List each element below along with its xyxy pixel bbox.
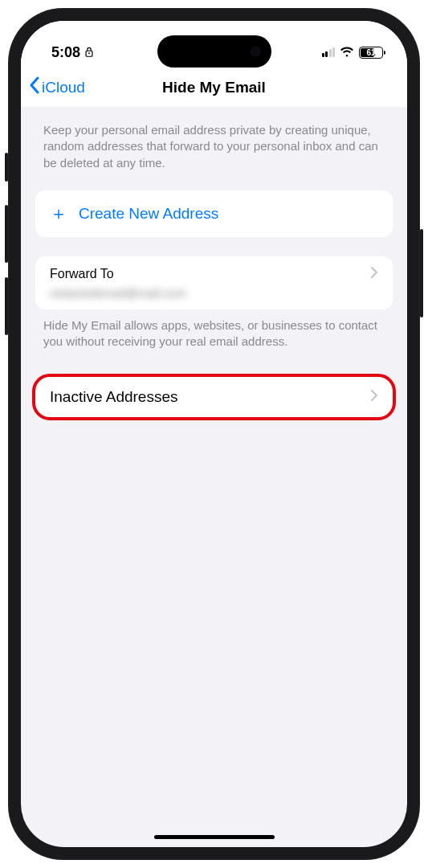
cellular-icon: [322, 47, 336, 57]
portrait-lock-icon: [84, 47, 94, 58]
forward-footer: Hide My Email allows apps, websites, or …: [35, 309, 393, 350]
volume-down-button: [5, 277, 8, 335]
create-new-address-button[interactable]: ＋ Create New Address: [35, 190, 393, 237]
battery-icon: 61: [359, 47, 383, 59]
phone-frame: 5:08: [8, 8, 420, 860]
page-title: Hide My Email: [162, 79, 266, 96]
forward-to-value: redactedemail@mail.com: [50, 286, 378, 300]
page-description: Keep your personal email address private…: [35, 122, 393, 171]
home-indicator[interactable]: [154, 835, 275, 839]
power-button: [420, 229, 423, 317]
volume-up-button: [5, 205, 8, 263]
create-label: Create New Address: [79, 205, 218, 223]
inactive-label: Inactive Addresses: [50, 388, 177, 406]
forward-to-label: Forward To: [50, 267, 114, 281]
battery-level: 61: [360, 48, 382, 57]
wifi-icon: [340, 47, 354, 58]
back-button[interactable]: iCloud: [29, 76, 85, 98]
status-left: 5:08: [51, 44, 94, 61]
navigation-bar: iCloud Hide My Email: [21, 68, 407, 108]
status-right: 61: [322, 47, 384, 59]
plus-icon: ＋: [50, 202, 67, 226]
svg-point-1: [88, 52, 90, 54]
chevron-right-icon: [370, 389, 378, 406]
chevron-right-icon: [370, 266, 378, 283]
back-label: iCloud: [42, 79, 85, 96]
silent-switch: [5, 153, 8, 182]
dynamic-island: [157, 35, 271, 68]
content: Keep your personal email address private…: [21, 108, 407, 420]
status-time: 5:08: [51, 44, 80, 61]
screen: 5:08: [21, 21, 407, 847]
forward-to-row[interactable]: Forward To redactedemail@mail.com: [35, 256, 393, 309]
chevron-left-icon: [29, 76, 40, 98]
inactive-addresses-row[interactable]: Inactive Addresses: [32, 374, 396, 420]
